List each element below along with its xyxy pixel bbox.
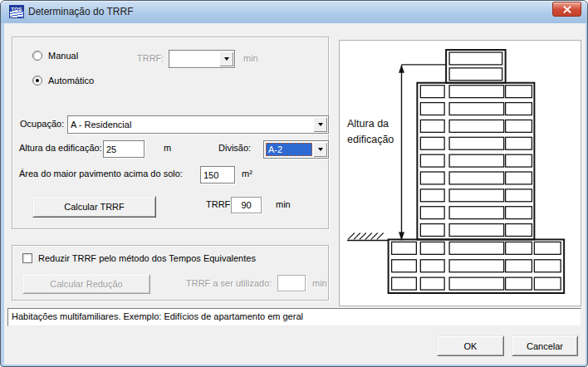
tqs-logo-waves xyxy=(10,11,23,17)
titlebar[interactable]: TQS Determinação do TRRF xyxy=(1,1,587,23)
building-diagram-panel: Altura da edificação xyxy=(339,40,581,306)
close-button[interactable] xyxy=(552,2,581,17)
divisao-label: Divisão: xyxy=(218,143,251,153)
trrf-manual-value xyxy=(172,53,218,65)
diagram-label: Altura da edificação xyxy=(347,116,409,148)
reduzir-checkbox-label: Reduzir TRRF pelo método dos Tempos Equi… xyxy=(38,253,256,263)
dialog-window: TQS Determinação do TRRF Manual Automáti… xyxy=(0,0,588,367)
ocupacao-label: Ocupação: xyxy=(20,119,64,129)
calcular-trrf-button[interactable]: Calcular TRRF xyxy=(32,196,156,218)
altura-label: Altura da edificação: xyxy=(19,143,102,153)
trrf-result-field[interactable] xyxy=(231,197,262,213)
status-bar: Habitações multifamiliares. Exemplo: Edi… xyxy=(7,308,581,326)
trrf-manual-unit: min xyxy=(243,53,258,63)
cancel-button[interactable]: Cancelar xyxy=(512,335,578,356)
dropdown-arrow-button[interactable] xyxy=(313,117,327,132)
area-label: Área do maior pavimento acima do solo: xyxy=(19,169,183,179)
calcular-reducao-button[interactable]: Calcular Redução xyxy=(22,274,150,294)
building-illustration xyxy=(340,41,581,306)
window-title: Determinação do TRRF xyxy=(28,6,134,17)
ocupacao-combobox[interactable]: A - Residencial xyxy=(67,115,329,134)
close-icon xyxy=(563,6,571,13)
radio-automatico[interactable]: Automático xyxy=(32,76,94,86)
trrf-manual-combobox[interactable] xyxy=(169,50,235,68)
trrf-manual-label: TRRF: xyxy=(137,53,164,63)
altura-unit: m xyxy=(164,143,171,153)
trrf-result-unit: min xyxy=(276,199,291,209)
ok-button[interactable]: OK xyxy=(437,335,504,356)
dropdown-arrow-button[interactable] xyxy=(219,51,233,66)
dialog-client-area: Manual Automático TRRF: min Ocupação: A … xyxy=(4,23,586,365)
radio-button-icon xyxy=(32,51,42,61)
chevron-down-icon xyxy=(224,57,229,61)
chevron-down-icon xyxy=(318,148,323,151)
tqs-logo-icon: TQS xyxy=(9,5,24,18)
trrf-utilizado-input[interactable] xyxy=(277,275,306,291)
reduzir-checkbox-row[interactable]: Reduzir TRRF pelo método dos Tempos Equi… xyxy=(22,253,256,263)
trrf-result-label: TRRF: xyxy=(206,199,233,209)
area-input[interactable] xyxy=(200,166,235,184)
radio-button-icon xyxy=(32,76,42,86)
divisao-combobox[interactable]: A-2 xyxy=(263,140,329,159)
radio-manual-label: Manual xyxy=(48,51,78,61)
radio-manual[interactable]: Manual xyxy=(32,51,78,61)
altura-input[interactable] xyxy=(103,140,145,158)
trrf-utilizado-unit: min xyxy=(312,278,327,288)
radio-automatico-label: Automático xyxy=(48,76,94,86)
dropdown-arrow-button[interactable] xyxy=(313,142,327,157)
divisao-value: A-2 xyxy=(266,143,312,156)
area-unit: m² xyxy=(242,169,252,179)
chevron-down-icon xyxy=(318,123,323,126)
trrf-utilizado-label: TRRF a ser utilizado: xyxy=(186,278,272,288)
ocupacao-value: A - Residencial xyxy=(71,119,311,130)
reduzir-checkbox[interactable] xyxy=(22,253,32,263)
